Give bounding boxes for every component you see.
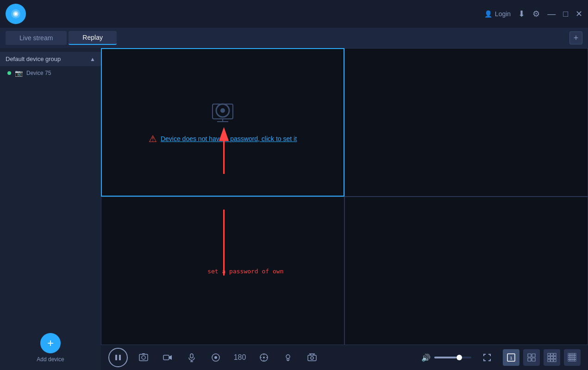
device-group-left: Default device group: [6, 56, 61, 62]
volume-slider-track[interactable]: [434, 357, 471, 358]
toolbar: 180: [101, 345, 588, 370]
layout-4-button[interactable]: [523, 349, 540, 366]
svg-rect-45: [548, 359, 550, 362]
warning-row: ⚠ Device does not have a password, click…: [149, 133, 297, 144]
pause-button[interactable]: [108, 348, 128, 367]
svg-rect-39: [548, 353, 550, 356]
rotate-button[interactable]: 180: [231, 349, 248, 366]
svg-rect-15: [142, 353, 145, 354]
svg-point-32: [311, 357, 313, 359]
toolbar-left: 180: [108, 348, 320, 367]
svg-marker-17: [169, 355, 172, 360]
app-logo[interactable]: [6, 4, 26, 24]
svg-rect-36: [532, 354, 535, 357]
svg-rect-16: [163, 355, 169, 360]
svg-rect-62: [572, 360, 574, 362]
settings-icon[interactable]: ⚙: [532, 9, 540, 19]
tab-replay[interactable]: Replay: [69, 31, 117, 45]
sidebar: Default device group ▲ 📷 Device 75 + Add…: [0, 48, 101, 370]
svg-rect-50: [572, 353, 574, 355]
volume-slider-thumb[interactable]: [457, 355, 462, 360]
svg-rect-44: [554, 357, 556, 359]
add-device-button[interactable]: +: [40, 333, 61, 353]
add-icon: +: [47, 337, 54, 350]
login-button[interactable]: 👤 Login: [484, 10, 511, 18]
svg-rect-12: [119, 355, 121, 360]
svg-rect-58: [572, 358, 574, 359]
device-item[interactable]: 📷 Device 75: [0, 66, 101, 80]
maximize-icon[interactable]: □: [563, 9, 568, 19]
svg-rect-57: [570, 358, 572, 359]
svg-rect-38: [532, 358, 535, 361]
layout-16-button[interactable]: [564, 349, 581, 366]
main: Default device group ▲ 📷 Device 75 + Add…: [0, 48, 588, 370]
svg-rect-60: [568, 360, 570, 362]
svg-rect-41: [554, 353, 556, 356]
header: 👤 Login ⬇ ⚙ — □ ✕: [0, 0, 588, 28]
volume-slider-fill: [434, 357, 457, 358]
svg-point-28: [263, 357, 265, 358]
tab-live-stream[interactable]: Live stream: [6, 31, 67, 45]
svg-rect-11: [115, 355, 117, 360]
svg-rect-49: [570, 353, 572, 355]
svg-point-14: [142, 356, 145, 359]
talk-button[interactable]: [207, 349, 224, 366]
add-device-label: Add device: [37, 356, 64, 363]
toolbar-right: 🔊: [421, 349, 581, 366]
camera-cell-2: [344, 48, 588, 197]
camera-cell-1[interactable]: ⚠ Device does not have a password, click…: [101, 48, 344, 197]
svg-rect-37: [528, 358, 531, 361]
volume-icon: 🔊: [421, 353, 431, 362]
svg-rect-18: [190, 354, 193, 358]
svg-rect-53: [570, 356, 572, 358]
svg-rect-46: [551, 359, 553, 362]
fullscreen-button[interactable]: [479, 349, 495, 366]
device-group[interactable]: Default device group ▲: [0, 52, 101, 66]
svg-point-22: [214, 356, 217, 359]
tabs-left: Live stream Replay: [6, 31, 117, 45]
screenshot-button[interactable]: [135, 349, 152, 366]
sidebar-bottom: + Add device: [0, 326, 101, 370]
svg-point-4: [220, 108, 225, 113]
record-button[interactable]: [159, 349, 176, 366]
ptz-button[interactable]: [256, 349, 272, 366]
camera-placeholder-icon: [209, 100, 237, 128]
light-button[interactable]: [280, 349, 296, 366]
camera-cell-4: [344, 197, 588, 345]
camera-grid: ⚠ Device does not have a password, click…: [101, 48, 588, 345]
warning-triangle-icon: ⚠: [149, 133, 157, 144]
svg-rect-52: [568, 356, 570, 358]
camera-settings-button[interactable]: [304, 349, 320, 366]
svg-rect-31: [308, 355, 316, 361]
svg-rect-35: [528, 354, 531, 357]
tabs-row: Live stream Replay +: [0, 28, 588, 48]
close-icon[interactable]: ✕: [575, 9, 582, 19]
svg-rect-47: [554, 359, 556, 362]
microphone-button[interactable]: [183, 349, 200, 366]
layout-buttons: 1: [503, 349, 581, 366]
password-annotation-text: set a password of own: [207, 267, 283, 274]
svg-rect-51: [575, 353, 576, 355]
svg-rect-54: [572, 356, 574, 358]
content-area: ⚠ Device does not have a password, click…: [101, 48, 588, 370]
layout-9-button[interactable]: [544, 349, 560, 366]
login-label: Login: [495, 10, 511, 18]
camera-cell-3: set a password of own: [101, 197, 344, 345]
minimize-icon[interactable]: —: [547, 9, 556, 19]
device-name-label: Device 75: [26, 70, 51, 76]
svg-rect-43: [551, 357, 553, 359]
svg-rect-48: [568, 353, 570, 355]
password-warning-text[interactable]: Device does not have a password, click t…: [161, 135, 297, 142]
user-icon: 👤: [484, 10, 492, 18]
svg-rect-55: [575, 356, 576, 358]
download-icon[interactable]: ⬇: [518, 9, 525, 19]
svg-rect-56: [568, 358, 570, 359]
layout-1-button[interactable]: 1: [503, 349, 519, 366]
volume-control: 🔊: [421, 353, 471, 362]
add-tab-button[interactable]: +: [569, 31, 582, 44]
svg-rect-63: [575, 360, 576, 362]
collapse-icon: ▲: [90, 56, 95, 62]
svg-rect-61: [570, 360, 572, 362]
svg-rect-40: [551, 353, 553, 356]
device-status-dot: [7, 71, 11, 75]
